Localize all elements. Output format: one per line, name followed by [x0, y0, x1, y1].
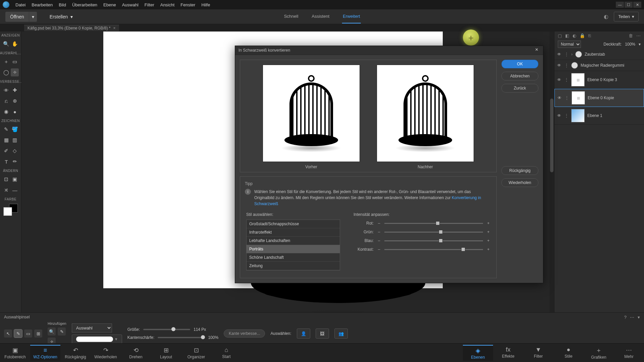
select-sky[interactable]: 🖼: [316, 328, 329, 339]
blur-tool[interactable]: ◉: [2, 108, 10, 116]
style-listbox[interactable]: Großstadt/Schnappschüsse Infraroteffekt …: [246, 220, 340, 270]
new-layer-icon[interactable]: ▢: [558, 33, 562, 38]
fg-color-swatch[interactable]: [3, 207, 12, 216]
visibility-icon[interactable]: 👁: [557, 96, 562, 100]
hand-tool[interactable]: ✋: [11, 40, 19, 48]
text-tool[interactable]: T: [2, 158, 10, 166]
style-item[interactable]: Schöne Landschaft: [247, 253, 340, 262]
mode-select[interactable]: Auswahl: [72, 323, 112, 333]
expand-icon[interactable]: ›: [571, 52, 573, 57]
style-item[interactable]: Lebhafte Landschaften: [247, 237, 340, 245]
bn-ebenen[interactable]: ◈Ebenen: [463, 345, 493, 361]
layer-row[interactable]: 👁 ⋮ Ebene 1: [554, 107, 644, 125]
bn-undo[interactable]: ↶Rückgängig: [60, 345, 91, 361]
slider-gruen[interactable]: [384, 232, 483, 233]
menu-ansicht[interactable]: Ansicht: [160, 2, 175, 7]
healing-tool[interactable]: ✚: [11, 86, 19, 94]
menu-fenster[interactable]: Fenster: [180, 2, 195, 7]
menu-bearbeiten[interactable]: Bearbeiten: [32, 2, 53, 7]
stamp-tool[interactable]: ⊕: [11, 97, 19, 105]
selbrush-mode-c[interactable]: ▭: [24, 329, 32, 338]
hardness-slider[interactable]: [158, 337, 205, 338]
bn-layout[interactable]: ⊞Layout: [151, 345, 181, 361]
recompose-tool[interactable]: ▣: [11, 175, 19, 183]
menu-ueberarbeiten[interactable]: Überarbeiten: [72, 2, 97, 7]
layer-row[interactable]: 👁 ⋮ Magischer Radiergummi: [554, 60, 644, 71]
help-icon[interactable]: ?: [624, 315, 627, 320]
opacity-value[interactable]: 100%: [625, 42, 635, 47]
zoom-sub-b[interactable]: ✎: [58, 327, 66, 336]
back-button[interactable]: Zurück: [501, 84, 538, 93]
add-highlight-badge[interactable]: ＋: [463, 29, 479, 46]
crop-tool[interactable]: ⊡: [2, 175, 10, 183]
visibility-icon[interactable]: 👁: [557, 77, 562, 82]
bn-effekte[interactable]: fxEffekte: [493, 345, 523, 361]
ruler-tool[interactable]: —: [11, 186, 19, 194]
lock-icon[interactable]: ⋮: [565, 63, 569, 68]
collapse-icon[interactable]: ▾: [638, 315, 640, 320]
brush-tool[interactable]: ✎: [2, 125, 10, 133]
tab-schnell[interactable]: Schnell: [283, 10, 299, 23]
dialog-close-button[interactable]: ✕: [534, 47, 540, 53]
redo-button[interactable]: Wiederholen: [501, 178, 538, 187]
document-tab[interactable]: Käfig.psd bei 33,3% (Ebene 0 Kopie, RGB/…: [24, 25, 119, 31]
slider-rot[interactable]: [384, 223, 483, 224]
sponge-tool[interactable]: ●: [11, 108, 19, 116]
cancel-button[interactable]: Abbrechen: [501, 72, 538, 80]
shuffle-tool[interactable]: ⤨: [2, 186, 10, 194]
gradient-tool[interactable]: ▥: [11, 136, 19, 144]
zoom-sub-a[interactable]: 🔍: [48, 327, 56, 336]
selbrush-mode-b[interactable]: ✎: [14, 329, 22, 338]
slider-kontrast[interactable]: [384, 249, 483, 250]
visibility-icon[interactable]: 👁: [557, 63, 562, 68]
undo-button[interactable]: Rückgängig: [501, 166, 538, 175]
style-item[interactable]: Infraroteffekt: [247, 228, 340, 237]
window-maximize[interactable]: ☐: [625, 2, 633, 8]
bn-grafiken[interactable]: ＋Grafiken: [584, 345, 614, 361]
blend-mode-select[interactable]: Normal: [558, 41, 581, 48]
bn-wz-optionen[interactable]: ≡WZ-Optionen: [30, 345, 60, 361]
style-item[interactable]: Porträts: [247, 245, 340, 253]
tab-assistent[interactable]: Assistent: [311, 10, 330, 23]
select-subject[interactable]: 👤: [297, 328, 310, 339]
menu-datei[interactable]: Datei: [15, 2, 25, 7]
bn-mehr[interactable]: ⋯Mehr: [614, 345, 644, 361]
redeye-tool[interactable]: 👁: [2, 86, 10, 94]
clone-tool[interactable]: ⎌: [2, 97, 10, 105]
tab-erweitert[interactable]: Erweitert: [342, 10, 361, 23]
lock-icon[interactable]: ⋮: [565, 96, 569, 100]
more-icon[interactable]: ⋯: [636, 33, 641, 38]
bn-start[interactable]: ⌂Start: [211, 345, 241, 360]
chevron-down-icon[interactable]: ▾: [639, 42, 641, 47]
vertical-scrollbar[interactable]: [549, 32, 554, 318]
marquee-tool[interactable]: ▭: [11, 58, 19, 66]
lock-icon[interactable]: ⋮: [565, 113, 569, 118]
lasso-tool[interactable]: ◯: [2, 68, 10, 76]
pencil-tool[interactable]: ✏: [11, 158, 19, 166]
zoom-tool[interactable]: 🔍: [2, 40, 10, 48]
layer-row[interactable]: 👁 ⋮ ▦ Ebene 0 Kopie: [554, 89, 644, 107]
open-caret[interactable]: ▾: [29, 12, 37, 22]
bn-rotate[interactable]: ⟲Drehen: [121, 345, 151, 361]
shape-tool[interactable]: ◇: [11, 147, 19, 155]
bn-filter[interactable]: ▼Filter: [523, 345, 553, 361]
layer-mask-icon[interactable]: ◧: [565, 33, 569, 38]
bn-fotobereich[interactable]: ▣Fotobereich: [0, 345, 30, 361]
close-tab-icon[interactable]: ×: [113, 26, 115, 31]
style-item[interactable]: Zeitung: [247, 262, 340, 270]
menu-ebene[interactable]: Ebene: [103, 2, 116, 7]
menu-hilfe[interactable]: Hilfe: [201, 2, 210, 7]
brush-preview[interactable]: ▾: [72, 335, 122, 344]
window-close[interactable]: ✕: [633, 2, 641, 8]
add-tool[interactable]: ＋: [2, 58, 10, 66]
wand-tool[interactable]: ✧: [11, 68, 19, 76]
share-button[interactable]: Teilen ▾: [614, 12, 639, 21]
bn-stile[interactable]: ●Stile: [553, 345, 584, 361]
eyedrop-tool[interactable]: ✐: [2, 147, 10, 155]
ok-button[interactable]: OK: [501, 60, 538, 68]
selbrush-mode-a[interactable]: ↖: [4, 329, 12, 338]
slider-blau[interactable]: [384, 240, 483, 241]
trash-icon[interactable]: 🗑: [629, 33, 633, 38]
menu-bild[interactable]: Bild: [59, 2, 66, 7]
refine-edge-button[interactable]: Kante verbesse...: [224, 329, 265, 338]
